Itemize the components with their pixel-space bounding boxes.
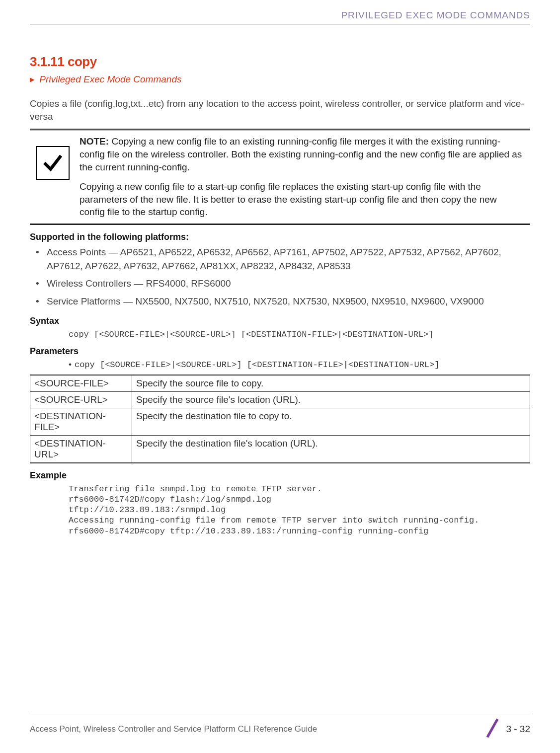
footer-title: Access Point, Wireless Controller and Se…: [30, 724, 317, 734]
note-text: NOTE: Copying a new config file to an ex…: [80, 135, 524, 219]
table-row: <DESTINATION-URL> Specify the destinatio…: [30, 435, 530, 463]
check-icon: [36, 146, 70, 180]
list-item: Wireless Controllers — RFS4000, RFS6000: [47, 277, 530, 291]
syntax-code: copy [<SOURCE-FILE>|<SOURCE-URL>] [<DEST…: [69, 329, 530, 340]
parameters-table: <SOURCE-FILE> Specify the source file to…: [30, 375, 530, 463]
list-item: Access Points — AP6521, AP6522, AP6532, …: [47, 245, 530, 273]
page-footer: Access Point, Wireless Controller and Se…: [30, 714, 530, 740]
breadcrumb[interactable]: Privileged Exec Mode Commands: [30, 74, 530, 85]
header-section-label: PRIVILEGED EXEC MODE COMMANDS: [341, 10, 530, 20]
note-paragraph-1: Copying a new config file to an existing…: [80, 136, 522, 172]
param-key: <DESTINATION-FILE>: [30, 408, 132, 435]
param-key: <DESTINATION-URL>: [30, 435, 132, 463]
list-item: Service Platforms — NX5500, NX7500, NX75…: [47, 295, 530, 308]
table-row: <DESTINATION-FILE> Specify the destinati…: [30, 408, 530, 435]
footer-page-number: 3 - 32: [506, 724, 530, 735]
command-description: Copies a file (config,log,txt...etc) fro…: [30, 97, 530, 123]
footer-slash-icon: [485, 718, 500, 740]
parameters-usage-code: copy [<SOURCE-FILE>|<SOURCE-URL>] [<DEST…: [75, 360, 440, 370]
parameters-usage-line: • copy [<SOURCE-FILE>|<SOURCE-URL>] [<DE…: [69, 360, 530, 370]
syntax-heading: Syntax: [30, 316, 530, 326]
example-heading: Example: [30, 470, 530, 481]
param-desc: Specify the destination file to copy to.: [132, 408, 530, 435]
note-label: NOTE:: [80, 136, 109, 147]
breadcrumb-label: Privileged Exec Mode Commands: [39, 74, 181, 84]
param-desc: Specify the source file to copy.: [132, 375, 530, 392]
note-block: NOTE: Copying a new config file to an ex…: [30, 129, 530, 225]
param-desc: Specify the source file's location (URL)…: [132, 391, 530, 408]
param-desc: Specify the destination file's location …: [132, 435, 530, 463]
example-code: Transferring file snmpd.log to remote TF…: [69, 484, 530, 536]
platforms-list: Access Points — AP6521, AP6522, AP6532, …: [30, 245, 530, 308]
platforms-heading: Supported in the following platforms:: [30, 232, 530, 242]
page-header: PRIVILEGED EXEC MODE COMMANDS: [30, 10, 530, 24]
section-title: 3.1.11 copy: [30, 54, 530, 70]
table-row: <SOURCE-URL> Specify the source file's l…: [30, 391, 530, 408]
parameters-heading: Parameters: [30, 346, 530, 357]
param-key: <SOURCE-URL>: [30, 391, 132, 408]
note-paragraph-2: Copying a new config file to a start-up …: [80, 180, 524, 219]
table-row: <SOURCE-FILE> Specify the source file to…: [30, 375, 530, 392]
param-key: <SOURCE-FILE>: [30, 375, 132, 392]
